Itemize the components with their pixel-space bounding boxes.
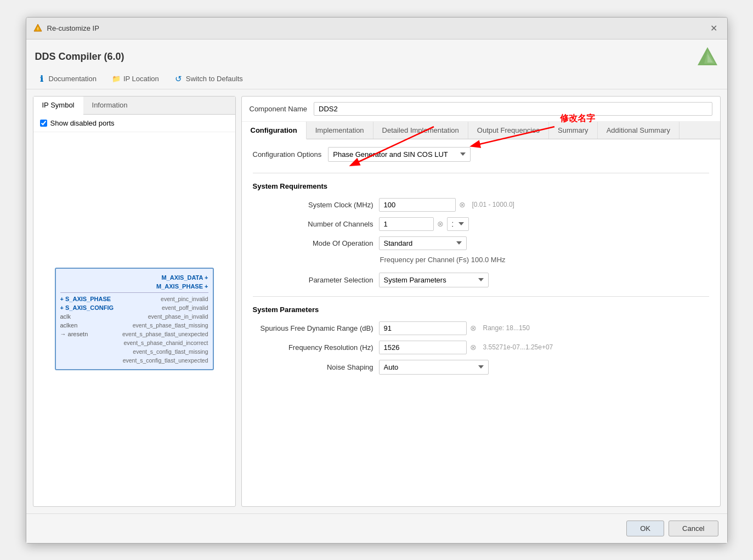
documentation-button[interactable]: ℹ Documentation	[35, 73, 99, 84]
folder-icon: 📁	[112, 75, 121, 83]
freq-resolution-row: Frequency Resolution (Hz) ⊗ 3.55271e-07.…	[253, 341, 709, 354]
signal-event-poff: event_poff_invalid	[162, 304, 208, 311]
signal-s-axis-config: + S_AXIS_CONFIG	[60, 304, 114, 311]
system-clock-row: System Clock (MHz) ⊗ [0.01 - 1000.0]	[253, 198, 709, 212]
num-channels-select-wrap: ⊗ 1248	[379, 217, 469, 231]
title-bar-left: ! Re-customize IP	[33, 23, 99, 33]
system-parameters-header: System Parameters	[253, 306, 709, 314]
app-icon: !	[33, 23, 43, 33]
tab-configuration[interactable]: Configuration	[242, 122, 307, 139]
info-icon: ℹ	[37, 75, 46, 83]
signal-row-config-tlast: event_s_config_tlast_missing	[60, 347, 208, 356]
mode-operation-select[interactable]: Standard Rasterized	[379, 236, 467, 250]
sfdr-hint: Range: 18...150	[483, 324, 530, 332]
divider-system-req	[253, 173, 709, 173]
signal-aresetn: → aresetn	[60, 331, 88, 337]
system-clock-input-wrap: ⊗	[379, 198, 467, 212]
sfdr-input-wrap: ⊗	[379, 321, 478, 335]
num-channels-input[interactable]	[379, 217, 434, 231]
divider-system-params	[253, 296, 709, 297]
ip-location-button[interactable]: 📁 IP Location	[110, 73, 161, 84]
tab-implementation[interactable]: Implementation	[307, 122, 373, 139]
component-name-input[interactable]	[314, 102, 712, 116]
signal-event-pinc: event_pinc_invalid	[161, 296, 208, 302]
svg-text:!: !	[37, 26, 38, 31]
quartus-logo	[697, 46, 718, 68]
switch-defaults-button[interactable]: ↺ Switch to Defaults	[172, 73, 245, 84]
tab-output-frequencies[interactable]: Output Frequencies	[468, 122, 549, 139]
signal-event-config-tlast: event_s_config_tlast_missing	[133, 348, 208, 355]
show-disabled-ports-row: Show disabled ports	[33, 115, 235, 132]
signal-row-aresetn: → aresetn event_s_phase_tlast_unexpected	[60, 330, 208, 338]
signal-event-config-tlast-unexp: event_s_config_tlast_unexpected	[123, 357, 208, 364]
config-options-label: Configuration Options	[253, 150, 322, 159]
signal-row-m-axis-phase: M_AXIS_PHASE +	[60, 282, 208, 291]
sfdr-input[interactable]	[379, 321, 467, 335]
param-selection-select[interactable]: System Parameters Hardware Parameters	[379, 273, 489, 287]
divider1	[60, 292, 208, 293]
param-selection-row: Parameter Selection System Parameters Ha…	[253, 273, 709, 287]
sfdr-row: Spurious Free Dynamic Range (dB) ⊗ Range…	[253, 321, 709, 335]
main-window: ! Re-customize IP ✕ DDS Compiler (6.0) ℹ…	[26, 17, 728, 544]
window-title: Re-customize IP	[47, 24, 99, 32]
header-section: DDS Compiler (6.0) ℹ Documentation 📁 IP …	[26, 39, 727, 89]
num-channels-label: Number of Channels	[253, 220, 373, 228]
switch-defaults-label: Switch to Defaults	[186, 75, 243, 83]
main-content: IP Symbol Information Show disabled port…	[26, 89, 727, 513]
signal-row-s-axis-config: + S_AXIS_CONFIG event_poff_invalid	[60, 303, 208, 312]
component-name-label: Component Name	[250, 105, 308, 113]
system-clock-clear-button[interactable]: ⊗	[458, 200, 467, 209]
tab-summary[interactable]: Summary	[549, 122, 598, 139]
freq-resolution-hint: 3.55271e-07...1.25e+07	[483, 343, 553, 351]
ok-button[interactable]: OK	[626, 521, 664, 536]
tab-information[interactable]: Information	[83, 97, 137, 114]
freq-per-channel-value: 100.0 MHz	[471, 256, 506, 264]
signal-row-aclk: aclk event_phase_in_invalid	[60, 312, 208, 321]
toolbar: ℹ Documentation 📁 IP Location ↺ Switch t…	[35, 73, 718, 89]
signal-row-m-axis-data: M_AXIS_DATA +	[60, 273, 208, 282]
system-requirements-header: System Requirements	[253, 182, 709, 190]
cancel-button[interactable]: Cancel	[669, 521, 718, 536]
config-options-select[interactable]: Phase Generator and SIN COS LUT Phase Ge…	[328, 147, 471, 162]
mode-operation-label: Mode Of Operation	[253, 239, 373, 247]
signal-event-phase-tlast-unexp: event_s_phase_tlast_unexpected	[122, 331, 208, 337]
noise-shaping-label: Noise Shaping	[253, 363, 373, 371]
app-title-row: DDS Compiler (6.0)	[35, 46, 718, 68]
component-name-row: Component Name	[242, 97, 720, 122]
freq-per-channel-label: Frequency per Channel (Fs)	[380, 256, 469, 264]
num-channels-clear-button[interactable]: ⊗	[436, 219, 445, 228]
refresh-icon: ↺	[174, 75, 183, 83]
show-disabled-ports-checkbox[interactable]	[40, 120, 47, 127]
app-title-text: DDS Compiler (6.0)	[35, 51, 124, 63]
documentation-label: Documentation	[49, 75, 97, 83]
tab-ip-symbol[interactable]: IP Symbol	[33, 97, 83, 115]
signal-event-phase-tlast-missing: event_s_phase_tlast_missing	[133, 322, 208, 329]
tab-additional-summary[interactable]: Additional Summary	[598, 122, 680, 139]
system-clock-label: System Clock (MHz)	[253, 201, 373, 209]
freq-resolution-input[interactable]	[379, 341, 467, 354]
signal-row-s-axis-phase: + S_AXIS_PHASE event_pinc_invalid	[60, 295, 208, 303]
num-channels-row: Number of Channels ⊗ 1248	[253, 217, 709, 231]
signal-event-phase-in: event_phase_in_invalid	[148, 313, 208, 320]
system-clock-input[interactable]	[379, 198, 456, 212]
sfdr-clear-button[interactable]: ⊗	[469, 324, 478, 332]
tab-detailed-implementation[interactable]: Detailed Implementation	[373, 122, 468, 139]
signal-row-chanid: event_s_phase_chanid_incorrect	[60, 338, 208, 347]
config-options-row: Configuration Options Phase Generator an…	[253, 147, 709, 162]
show-disabled-ports-label: Show disabled ports	[50, 119, 115, 127]
freq-resolution-label: Frequency Resolution (Hz)	[253, 343, 373, 352]
signal-s-axis-phase: + S_AXIS_PHASE	[60, 296, 111, 302]
left-panel-tabs: IP Symbol Information	[33, 97, 235, 115]
signal-event-chanid: event_s_phase_chanid_incorrect	[123, 340, 208, 346]
freq-resolution-clear-button[interactable]: ⊗	[469, 343, 478, 352]
noise-shaping-select[interactable]: Auto None Phase Dithering Taylor Series …	[379, 360, 489, 375]
ip-symbol-diagram: M_AXIS_DATA + M_AXIS_PHASE + + S_AXIS_PH…	[55, 268, 214, 370]
footer: OK Cancel	[26, 513, 727, 543]
signal-m-axis-phase: M_AXIS_PHASE +	[156, 283, 208, 290]
num-channels-select[interactable]: 1248	[447, 217, 469, 231]
system-clock-hint: [0.01 - 1000.0]	[472, 201, 514, 208]
right-panel: 修改名字 Component Name	[241, 96, 721, 507]
signal-row-config-tlast-unexp: event_s_config_tlast_unexpected	[60, 356, 208, 365]
close-button[interactable]: ✕	[707, 22, 721, 35]
param-selection-label: Parameter Selection	[253, 276, 373, 284]
